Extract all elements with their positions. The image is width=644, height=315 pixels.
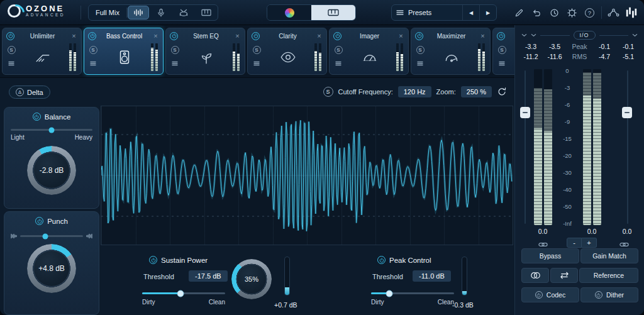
stereo-mode-button[interactable] [521,268,549,283]
module-solo-button[interactable]: S [89,46,97,54]
close-module-button[interactable]: × [316,33,323,40]
preset-next-button[interactable]: ▶ [480,5,496,20]
module-power-button[interactable] [415,32,423,40]
input-gain-handle[interactable] [520,107,530,118]
module-card-bass-control[interactable]: Bass Control × S [84,28,164,75]
peak-threshold-box[interactable]: -11.0 dB [413,270,451,282]
module-solo-button[interactable]: S [253,46,261,54]
zoom-value-box[interactable]: 250 % [461,86,492,97]
module-title: Maximizer [426,33,477,40]
close-module-button[interactable]: × [152,33,159,40]
io-tab[interactable]: I/O [574,31,596,40]
output-gain-handle[interactable] [622,107,632,118]
module-menu-button[interactable] [253,57,260,69]
mix-vocals-button[interactable] [150,5,172,20]
tonal-balance-toggle[interactable] [267,5,311,20]
module-card-clarity[interactable]: Clarity × S [247,28,327,75]
balance-power-button[interactable] [33,113,41,121]
edit-button[interactable] [511,5,527,21]
punch-slider-handle[interactable] [43,233,48,239]
module-menu-button[interactable] [90,57,96,69]
module-card-unlimiter[interactable]: Unlimiter × S [2,28,82,75]
transient-icon [11,233,17,239]
module-card-stem-eq[interactable]: Stem EQ × S [165,28,245,75]
module-card-imager[interactable]: Imager × S [329,28,409,75]
module-power-button[interactable] [497,32,505,40]
delta-button[interactable]: Δ Delta [9,86,50,99]
balance-slider[interactable] [11,129,92,131]
ozone-window: OZONE ADVANCED Full Mix [0,0,644,315]
peak-readout-row: -3.3 -3.5 Peak -0.1 -0.1 [519,43,640,50]
balance-slider-handle[interactable] [49,127,55,133]
signal-flow-button[interactable] [606,5,621,21]
punch-knob[interactable]: +4.8 dB [27,244,76,293]
module-solo-button[interactable]: S [8,46,16,54]
module-menu-button[interactable] [172,57,178,69]
help-button[interactable]: ? [582,5,597,21]
peak-control-power-button[interactable] [377,256,386,264]
mix-drums-button[interactable] [172,5,195,20]
sustain-slider[interactable]: Dirty Clean [142,292,225,306]
close-module-button[interactable]: × [397,33,404,40]
presets-label[interactable]: Presets [408,9,462,16]
loop-button[interactable] [497,87,507,97]
module-menu-button[interactable] [417,57,423,69]
history-button[interactable] [547,5,562,21]
peak-slider-handle[interactable] [386,290,393,297]
mix-fullmix-button[interactable] [128,6,149,19]
preset-prev-button[interactable]: ◀ [463,5,479,20]
sustain-slider-handle[interactable] [177,290,184,297]
undo-button[interactable] [529,5,545,21]
unlimiter-icon [16,49,69,65]
module-power-button[interactable] [252,32,260,40]
sustain-gain-meter [284,257,290,296]
meter-zoom-in-button[interactable]: + [582,238,597,248]
module-card-maximizer[interactable]: Maximizer × S [411,28,491,75]
output-gain-value-l[interactable]: 0.0 [580,228,603,235]
module-power-button[interactable] [333,32,341,40]
sustain-power-button[interactable] [149,256,157,264]
sustain-threshold-label: Threshold [143,273,174,280]
sustain-threshold-box[interactable]: -17.5 dB [189,270,228,282]
reference-button[interactable]: Reference [579,268,638,283]
settings-button[interactable] [564,5,580,21]
chevron-down-icon[interactable] [531,33,536,37]
peak-slider[interactable]: Dirty Clean [371,292,454,306]
cutoff-value-box[interactable]: 120 Hz [398,86,431,97]
module-meter [69,43,77,71]
module-power-button[interactable] [170,32,178,40]
module-power-button[interactable] [6,32,14,40]
close-module-button[interactable]: × [70,33,77,40]
sustain-power-header: Sustain Power [149,256,208,264]
sustain-amount-knob[interactable]: 35% [231,259,272,299]
punch-power-button[interactable] [35,217,43,225]
input-gain-value[interactable]: 0.0 [531,228,554,235]
module-menu-button[interactable] [8,57,14,69]
gain-match-button[interactable]: Gain Match [580,248,638,263]
module-card-partial[interactable]: S [492,28,514,75]
mix-keys-button[interactable] [195,5,218,20]
codec-button[interactable]: Codec [521,287,579,302]
meter-zoom-out-button[interactable]: - [567,238,582,248]
close-module-button[interactable]: × [479,33,486,40]
module-solo-button[interactable]: S [171,46,179,54]
chevron-down-icon[interactable] [521,33,527,37]
solo-button[interactable]: S [323,87,333,97]
preset-list-icon[interactable] [392,9,408,16]
punch-slider[interactable] [20,235,83,237]
output-gain-value-r[interactable]: 0.0 [616,228,638,235]
bypass-button[interactable]: Bypass [521,248,579,263]
close-module-button[interactable]: × [234,33,241,40]
module-solo-button[interactable]: S [498,46,506,54]
module-menu-button[interactable] [335,57,341,69]
module-menu-button[interactable] [499,57,505,69]
module-solo-button[interactable]: S [416,46,425,54]
mix-label[interactable]: Full Mix [89,9,126,16]
module-power-button[interactable] [88,32,96,40]
keyboard-view-toggle[interactable] [311,5,355,20]
balance-knob[interactable]: -2.8 dB [27,146,76,195]
channel-swap-button[interactable] [550,268,578,283]
module-solo-button[interactable]: S [335,46,343,54]
chevron-down-icon[interactable] [632,33,638,37]
dither-button[interactable]: Dither [580,287,638,302]
